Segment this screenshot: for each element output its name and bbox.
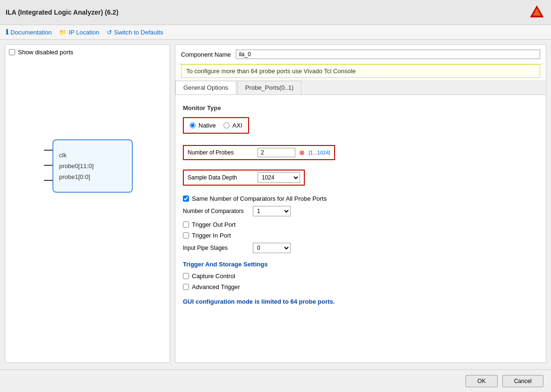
probe1-port-line: [44, 180, 52, 181]
show-disabled-ports-row: Show disabled ports: [9, 49, 166, 56]
number-of-comparators-row: Number of Comparators 1 2 3 4: [183, 206, 538, 216]
native-radio-group[interactable]: Native: [189, 122, 216, 129]
sample-data-depth-row: Sample Data Depth 1024 2048 4096 8192 16…: [183, 170, 305, 186]
gui-limit-note: GUI configuration mode is limited to 64 …: [183, 298, 335, 305]
capture-control-label: Capture Control: [192, 273, 235, 280]
input-pipe-stages-row: Input Pipe Stages 0 1 2 3 4 5 6: [183, 243, 538, 253]
info-banner: To configure more than 64 probe ports us…: [181, 64, 540, 78]
capture-control-row: Capture Control: [183, 273, 538, 280]
probe0-label: probe0[11:0]: [59, 162, 94, 170]
general-options-content: Monitor Type Native AXI Number of Probe: [175, 95, 546, 356]
trigger-out-port-label: Trigger Out Port: [192, 221, 236, 228]
left-panel: Show disabled ports clk probe0[11:0] pro…: [5, 44, 170, 363]
component-name-row: Component Name: [175, 45, 546, 64]
refresh-icon: ↺: [107, 29, 112, 36]
xilinx-logo: [528, 4, 545, 21]
clk-port: clk: [59, 152, 126, 159]
ok-button[interactable]: OK: [465, 375, 497, 387]
number-of-probes-label: Number of Probes: [188, 149, 254, 156]
same-comparators-label: Same Number of Comparators for All Probe…: [192, 195, 327, 202]
trigger-storage-section: Trigger And Storage Settings Capture Con…: [183, 261, 538, 305]
folder-icon: 📁: [59, 29, 67, 36]
sample-data-depth-select[interactable]: 1024 2048 4096 8192 16384 32768 65536 13…: [258, 172, 300, 183]
capture-control-checkbox[interactable]: [183, 273, 189, 279]
ip-location-label: IP Location: [69, 29, 99, 36]
native-label: Native: [198, 122, 216, 129]
trigger-out-port-row: Trigger Out Port: [183, 221, 538, 228]
tab-probe-ports-label: Probe_Ports(0..1): [245, 84, 294, 91]
axi-label: AXI: [232, 122, 242, 129]
tabs-container: General Options Probe_Ports(0..1): [175, 80, 546, 95]
trigger-in-port-row: Trigger In Port: [183, 232, 538, 239]
number-of-comparators-select[interactable]: 1 2 3 4: [253, 206, 291, 216]
monitor-type-header: Monitor Type: [183, 104, 538, 111]
sample-data-depth-label: Sample Data Depth: [188, 174, 254, 181]
switch-defaults-link[interactable]: ↺ Switch to Defaults: [107, 29, 163, 36]
toolbar: ℹ Documentation 📁 IP Location ↺ Switch t…: [0, 25, 551, 40]
tab-general-options-label: General Options: [183, 84, 228, 91]
advanced-trigger-checkbox[interactable]: [183, 284, 189, 290]
advanced-trigger-label: Advanced Trigger: [192, 283, 240, 290]
window-title: ILA (Integrated Logic Analyzer) (6.2): [6, 9, 119, 16]
component-name-input[interactable]: [236, 50, 541, 59]
trigger-in-port-checkbox[interactable]: [183, 232, 189, 239]
axi-radio[interactable]: [224, 122, 230, 128]
trigger-storage-header: Trigger And Storage Settings: [183, 261, 538, 268]
cancel-button[interactable]: Cancel: [502, 375, 543, 387]
component-diagram-box: clk probe0[11:0] probe1[0:0]: [52, 139, 133, 193]
clk-label: clk: [59, 152, 67, 159]
info-banner-text: To configure more than 64 probe ports us…: [186, 68, 356, 75]
gui-limit-note-container: GUI configuration mode is limited to 64 …: [183, 298, 538, 305]
tab-probe-ports[interactable]: Probe_Ports(0..1): [237, 81, 302, 94]
clear-probes-icon[interactable]: ⊗: [299, 149, 305, 156]
number-of-probes-row: Number of Probes ⊗ [1...1024]: [183, 145, 335, 160]
monitor-type-box: Native AXI: [183, 117, 249, 134]
documentation-label: Documentation: [10, 29, 52, 36]
input-pipe-stages-label: Input Pipe Stages: [183, 245, 249, 251]
component-name-label: Component Name: [181, 51, 231, 58]
number-of-probes-range: [1...1024]: [309, 150, 330, 155]
probe1-label: probe1[0:0]: [59, 173, 90, 180]
info-icon: ℹ: [6, 28, 9, 36]
same-comparators-checkbox[interactable]: [183, 196, 189, 202]
show-disabled-ports-checkbox[interactable]: [9, 49, 15, 55]
probe1-port: probe1[0:0]: [59, 173, 126, 180]
show-disabled-ports-label: Show disabled ports: [18, 49, 73, 56]
advanced-trigger-row: Advanced Trigger: [183, 283, 538, 290]
footer: OK Cancel: [0, 369, 551, 392]
axi-radio-group[interactable]: AXI: [224, 122, 242, 129]
probe0-port: probe0[11:0]: [59, 162, 126, 170]
same-comparators-row: Same Number of Comparators for All Probe…: [183, 195, 538, 202]
probe0-port-line: [44, 165, 52, 166]
clk-port-line: [44, 150, 52, 151]
number-of-probes-input[interactable]: [258, 148, 295, 157]
ip-location-link[interactable]: 📁 IP Location: [59, 29, 99, 36]
documentation-link[interactable]: ℹ Documentation: [6, 28, 52, 36]
title-bar: ILA (Integrated Logic Analyzer) (6.2): [0, 0, 551, 25]
tab-general-options[interactable]: General Options: [175, 81, 236, 94]
trigger-in-port-label: Trigger In Port: [192, 232, 231, 239]
right-panel: Component Name To configure more than 64…: [175, 44, 546, 363]
input-pipe-stages-select[interactable]: 0 1 2 3 4 5 6: [253, 243, 291, 253]
native-radio[interactable]: [189, 122, 196, 128]
trigger-out-port-checkbox[interactable]: [183, 222, 189, 228]
number-of-comparators-label: Number of Comparators: [183, 208, 249, 214]
main-content: Show disabled ports clk probe0[11:0] pro…: [0, 40, 551, 367]
switch-defaults-label: Switch to Defaults: [114, 29, 163, 36]
